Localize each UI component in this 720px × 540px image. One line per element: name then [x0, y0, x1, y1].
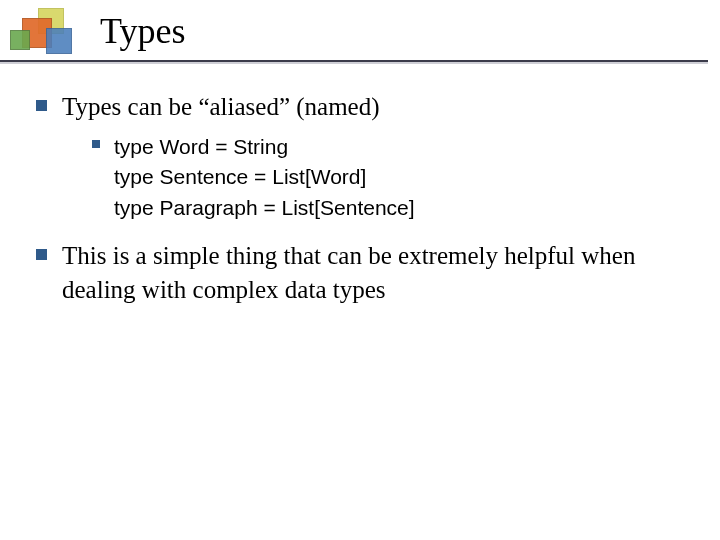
code-block: type Word = String type Sentence = List[…	[114, 132, 690, 223]
title-underline	[0, 60, 708, 62]
code-bullet: type Word = String type Sentence = List[…	[90, 132, 690, 223]
logo-icon	[10, 8, 80, 60]
bullet-text: This is a simple thing that can be extre…	[62, 242, 635, 303]
slide-title: Types	[100, 10, 185, 52]
slide-header: Types	[0, 8, 720, 68]
bullet-text: Types can be “aliased” (named)	[62, 93, 380, 120]
bullet-aliased: Types can be “aliased” (named) type Word…	[30, 90, 690, 223]
slide-body: Types can be “aliased” (named) type Word…	[30, 90, 690, 323]
slide: Types Types can be “aliased” (named) typ…	[0, 0, 720, 540]
bullet-helpful: This is a simple thing that can be extre…	[30, 239, 690, 307]
